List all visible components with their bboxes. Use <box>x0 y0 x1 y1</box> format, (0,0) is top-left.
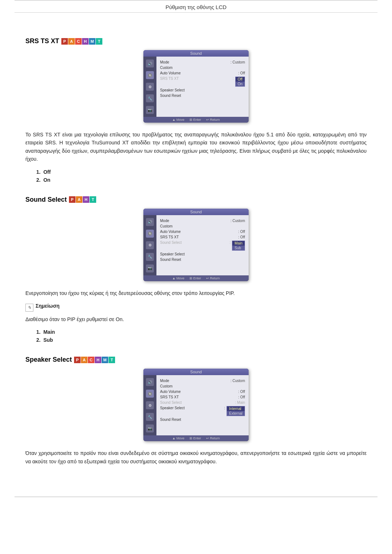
menu-sound-select-3: Sound Select : Main <box>160 400 245 405</box>
screen-body-2: 🔊 🔘 ⚙ 🔧 📷 Mode : Custom Custom Auto <box>143 215 249 275</box>
main-content: SRS TS XT P A C H M T Sound 🔊 🔘 ⚙ 🔧 📷 <box>0 16 392 486</box>
menu-sound-reset-3: Sound Reset <box>160 417 245 422</box>
top-divider <box>15 0 377 4</box>
footer-move-1: ▲ Move <box>172 118 184 122</box>
menu-srs-ts-xt: SRS TS XT : Off On <box>160 76 245 87</box>
sidebar-icon-3-4: 🔧 <box>146 413 154 421</box>
badge-a: A <box>68 38 75 45</box>
footer-enter-3: ⊞ Enter <box>189 436 201 440</box>
note-icon: ✎ <box>25 304 33 312</box>
screen-mockup-2: Sound 🔊 🔘 ⚙ 🔧 📷 Mode : Custom Custom <box>25 209 367 281</box>
menu-mode-2: Mode : Custom <box>160 218 245 223</box>
screen-mockup-1: Sound 🔊 🔘 ⚙ 🔧 📷 Mode : Custom Custom <box>25 50 367 123</box>
badge-p-3: P <box>74 357 81 363</box>
menu-custom-3: Custom <box>160 383 245 389</box>
page-title: Ρύθμιση της οθόνης LCD <box>0 4 392 10</box>
screen-body-3: 🔊 🔘 ⚙ 🔧 📷 Mode : Custom Custom Auto <box>143 375 249 435</box>
screen-title-1: Sound <box>143 50 249 57</box>
srs-ts-xt-description: Το SRS TS XT είναι μια τεχνολογία επίλυσ… <box>25 131 367 163</box>
sound-select-list-2: 2. Sub <box>36 337 367 343</box>
sidebar-icon-3-3: ⚙ <box>146 401 154 409</box>
badge-a-2: A <box>76 196 82 203</box>
badge-h: H <box>82 38 89 45</box>
sound-screen-1: Sound 🔊 🔘 ⚙ 🔧 📷 Mode : Custom Custom <box>143 50 249 123</box>
speaker-select-description: Όταν χρησιμοποιείτε το προϊόν που είναι … <box>25 449 367 465</box>
sound-select-description: Ενεργοποίηση του ήχου της κύριας ή της δ… <box>25 289 367 297</box>
badge-h-3: H <box>95 357 101 363</box>
screen-title-3: Sound <box>143 369 249 375</box>
sidebar-icon-2-1: 🔊 <box>146 218 154 226</box>
menu-srs-ts-xt-2: SRS TS XT : Off <box>160 234 245 240</box>
srs-ts-xt-header: SRS TS XT P A C H M T <box>25 37 367 45</box>
screen-footer-3: ▲ Move ⊞ Enter ↩ Return <box>143 435 249 441</box>
badge-m-3: M <box>102 357 108 363</box>
sound-select-badges: P A H T <box>69 196 96 203</box>
dropdown-off: Off <box>236 77 245 82</box>
note-box: ✎ Σημείωση <box>25 303 367 312</box>
menu-custom: Custom <box>160 65 245 70</box>
badge-p: P <box>61 38 68 45</box>
sound-screen-2: Sound 🔊 🔘 ⚙ 🔧 📷 Mode : Custom Custom <box>143 209 249 281</box>
menu-auto-volume-3: Auto Volume : Off <box>160 389 245 394</box>
sidebar-icon-5: 📷 <box>146 106 154 114</box>
dropdown-on: On <box>236 82 245 86</box>
footer-move-3: ▲ Move <box>172 436 184 440</box>
sidebar-icon-3-1: 🔊 <box>146 378 154 386</box>
dropdown-external: External <box>227 411 245 416</box>
sidebar-icon-2-2: 🔘 <box>146 230 154 238</box>
badge-t: T <box>96 38 102 45</box>
screen-title-2: Sound <box>143 209 249 215</box>
srs-ts-xt-badges: P A C H M T <box>61 38 102 45</box>
screen-mockup-3: Sound 🔊 🔘 ⚙ 🔧 📷 Mode : Custom Custom <box>25 369 367 441</box>
sidebar-icon-3-2: 🔘 <box>146 390 154 398</box>
note-text: Διαθέσιμο όταν το PIP έχει ρυθμιστεί σε … <box>25 315 367 323</box>
srs-list-item-2: 2. On <box>36 177 367 183</box>
menu-speaker-select-2: Speaker Select <box>160 251 245 257</box>
screen-sidebar-1: 🔊 🔘 ⚙ 🔧 📷 <box>143 57 156 117</box>
badge-m: M <box>89 38 95 45</box>
footer-move-2: ▲ Move <box>172 276 184 280</box>
menu-auto-volume: Auto Volume : Off <box>160 70 245 76</box>
sidebar-icon-3: ⚙ <box>146 83 154 91</box>
footer-enter-2: ⊞ Enter <box>189 276 201 280</box>
badge-p-2: P <box>69 196 75 203</box>
screen-menu-3: Mode : Custom Custom Auto Volume : Off S… <box>156 375 249 435</box>
menu-mode: Mode : Custom <box>160 59 245 65</box>
screen-sidebar-2: 🔊 🔘 ⚙ 🔧 📷 <box>143 215 156 275</box>
note-label: Σημείωση <box>36 303 60 309</box>
menu-srs-ts-xt-3: SRS TS XT : Off <box>160 394 245 400</box>
menu-sound-reset-1: Sound Reset <box>160 93 245 98</box>
srs-list-item-1: 1. Off <box>36 169 367 175</box>
badge-t-2: T <box>90 196 96 203</box>
bottom-divider <box>15 497 377 497</box>
sidebar-icon-3-5: 📷 <box>146 424 154 432</box>
speaker-select-title: Speaker Select <box>25 356 72 364</box>
dropdown-main: Main <box>232 241 245 246</box>
screen-body-1: 🔊 🔘 ⚙ 🔧 📷 Mode : Custom Custom <box>143 57 249 117</box>
sidebar-icon-4: 🔧 <box>146 94 154 102</box>
dropdown-internal: Internal <box>227 406 245 411</box>
badge-c: C <box>75 38 82 45</box>
sound-select-list-1: 1. Main <box>36 329 367 335</box>
badge-a-3: A <box>81 357 87 363</box>
dropdown-sub: Sub <box>232 246 245 250</box>
speaker-select-header: Speaker Select P A C H M T <box>25 356 367 364</box>
menu-sound-select-2: Sound Select : Main Sub <box>160 240 245 251</box>
footer-enter-1: ⊞ Enter <box>189 118 201 122</box>
sidebar-icon-1: 🔊 <box>146 59 154 67</box>
footer-return-2: ↩ Return <box>206 276 220 280</box>
menu-speaker-select-3: Speaker Select : Internal External <box>160 405 245 417</box>
screen-menu-1: Mode : Custom Custom Auto Volume : Off S… <box>156 57 249 117</box>
sound-select-title: Sound Select <box>25 196 67 204</box>
menu-auto-volume-2: Auto Volume : Off <box>160 229 245 234</box>
sub-divider <box>15 12 377 13</box>
sidebar-icon-2-4: 🔧 <box>146 253 154 261</box>
badge-h-2: H <box>83 196 89 203</box>
badge-c-3: C <box>88 357 94 363</box>
screen-sidebar-3: 🔊 🔘 ⚙ 🔧 📷 <box>143 375 156 435</box>
sound-screen-3: Sound 🔊 🔘 ⚙ 🔧 📷 Mode : Custom Custom <box>143 369 249 441</box>
menu-speaker-select-1: Speaker Select <box>160 87 245 93</box>
screen-menu-2: Mode : Custom Custom Auto Volume : Off S… <box>156 215 249 275</box>
badge-t-3: T <box>109 357 115 363</box>
screen-footer-2: ▲ Move ⊞ Enter ↩ Return <box>143 275 249 281</box>
